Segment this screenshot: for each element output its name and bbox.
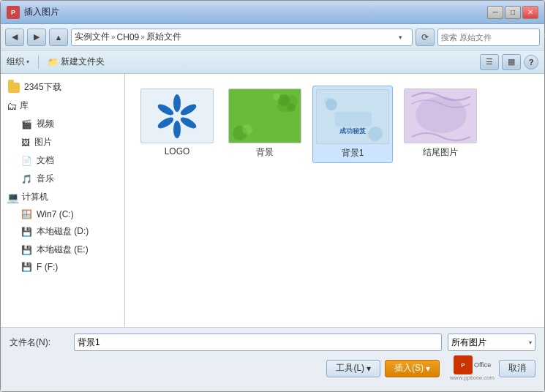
file-thumbnail-background1: 成功秘笈: [316, 89, 389, 144]
organize-button[interactable]: 组织 ▾: [7, 56, 29, 68]
filetype-dropdown[interactable]: 所有图片 ▾: [448, 333, 535, 351]
maximize-button[interactable]: □: [505, 6, 521, 19]
file-label-background1: 背景1: [342, 147, 364, 159]
filename-input[interactable]: [74, 333, 442, 351]
watermark-url: www.pptxxw.com: [450, 374, 495, 381]
tools-label: 工具(L): [336, 362, 364, 374]
svg-point-12: [242, 124, 252, 135]
logo-thumbnail-svg: [148, 94, 206, 138]
cancel-button[interactable]: 取消: [499, 360, 535, 377]
office-brand-text: Office: [474, 361, 491, 369]
docs-icon: 📄: [21, 156, 32, 166]
sidebar-label-downloads: 2345下载: [24, 81, 61, 94]
sidebar-label-drive-e: 本地磁盘 (E:): [37, 244, 89, 256]
new-folder-button[interactable]: 📁 新建文件夹: [48, 56, 105, 68]
back-button[interactable]: ◀: [5, 29, 24, 46]
svg-point-15: [324, 97, 331, 105]
drive-d-icon: 💾: [21, 227, 32, 237]
svg-point-1: [179, 102, 198, 117]
sidebar-section-library[interactable]: 🗂 库: [1, 97, 124, 115]
insert-arrow-icon: ▾: [426, 363, 430, 374]
organize-arrow-icon: ▾: [26, 59, 29, 65]
address-toolbar: ◀ ▶ ▲ 实例文件 » CH09 » 原始文件 ▾ ⟳ 🔍: [1, 24, 544, 50]
file-item-ending[interactable]: 结尾图片: [400, 86, 481, 162]
app-icon: P: [7, 6, 20, 19]
sidebar-item-video[interactable]: 🎬 视频: [1, 115, 124, 133]
filetype-label: 所有图片: [451, 336, 486, 349]
up-button[interactable]: ▲: [49, 29, 68, 46]
search-input[interactable]: [441, 33, 542, 42]
svg-point-0: [173, 94, 181, 112]
sidebar-item-drive-c[interactable]: 🪟 Win7 (C:): [1, 206, 124, 222]
svg-point-9: [273, 93, 280, 100]
forward-icon: ▶: [34, 32, 40, 42]
view-grid-button[interactable]: ▦: [502, 54, 521, 70]
file-item-background1[interactable]: 成功秘笈 背景1: [312, 86, 393, 163]
svg-point-19: [416, 97, 467, 133]
search-bar[interactable]: 🔍: [437, 29, 540, 46]
refresh-button[interactable]: ⟳: [416, 29, 435, 46]
title-bar-left: P 插入图片: [7, 6, 59, 19]
forward-button[interactable]: ▶: [27, 29, 46, 46]
insert-button[interactable]: 插入(S) ▾: [385, 360, 440, 377]
download-folder-icon: [8, 82, 20, 94]
sidebar-item-docs[interactable]: 📄 文档: [1, 151, 124, 170]
windows-icon: 🪟: [21, 209, 32, 219]
organize-label: 组织: [7, 56, 24, 68]
breadcrumb-segment-current: 原始文件: [146, 31, 181, 43]
filename-row: 文件名(N): 所有图片 ▾: [10, 333, 535, 351]
help-label: ?: [529, 58, 534, 67]
svg-point-5: [157, 102, 176, 117]
office-logo: P: [454, 355, 473, 374]
file-thumbnail-background: [228, 88, 301, 143]
file-item-background[interactable]: 背景: [225, 86, 305, 162]
tools-button[interactable]: 工具(L) ▾: [326, 360, 380, 377]
address-bar[interactable]: 实例文件 » CH09 » 原始文件 ▾: [71, 29, 413, 46]
view-icon: ☰: [486, 57, 493, 67]
sidebar-item-music[interactable]: 🎵 音乐: [1, 170, 124, 188]
sidebar-label-computer: 计算机: [22, 191, 48, 203]
pictures-icon: 🖼: [21, 137, 30, 148]
sidebar-item-drive-f[interactable]: 💾 F (F:): [1, 259, 124, 275]
sidebar-item-drive-e[interactable]: 💾 本地磁盘 (E:): [1, 241, 124, 259]
drive-e-icon: 💾: [21, 245, 32, 255]
file-thumbnail-logo: [140, 88, 214, 143]
second-toolbar: 组织 ▾ 📁 新建文件夹 ☰ ▦ ?: [1, 50, 544, 74]
sidebar-item-pictures[interactable]: 🖼 图片: [1, 133, 124, 151]
file-item-logo[interactable]: LOGO: [137, 86, 217, 159]
sidebar-item-downloads[interactable]: 2345下载: [1, 78, 124, 97]
sidebar-label-library: 库: [20, 99, 29, 112]
minimize-button[interactable]: ─: [487, 6, 503, 19]
sidebar-section-computer[interactable]: 💻 计算机: [1, 188, 124, 206]
svg-point-4: [157, 115, 176, 130]
sidebar-label-pictures: 图片: [34, 136, 52, 148]
close-button[interactable]: ✕: [522, 6, 538, 19]
up-icon: ▲: [55, 33, 63, 42]
sidebar-item-drive-d[interactable]: 💾 本地磁盘 (D:): [1, 222, 124, 241]
bottom-bar: 文件名(N): 所有图片 ▾ 工具(L) ▾ 插入(S) ▾ P Office: [1, 327, 544, 391]
toolbar-right: ☰ ▦ ?: [480, 54, 538, 70]
video-icon: 🎬: [21, 119, 32, 129]
file-label-ending: 结尾图片: [423, 146, 458, 159]
view-toggle-button[interactable]: ☰: [480, 54, 499, 70]
sidebar-label-music: 音乐: [37, 173, 54, 185]
help-button[interactable]: ?: [524, 55, 538, 69]
breadcrumb-sep2: »: [140, 33, 145, 41]
address-dropdown-button[interactable]: ▾: [399, 34, 409, 41]
file-label-background: 背景: [256, 146, 274, 159]
computer-icon: 💻: [7, 192, 19, 203]
cancel-label: 取消: [508, 362, 526, 374]
dialog-window: P 插入图片 ─ □ ✕ ◀ ▶ ▲ 实例文件 » CH09 » 原始文件: [0, 0, 545, 392]
window-controls: ─ □ ✕: [487, 6, 538, 19]
files-grid: LOGO: [131, 80, 538, 169]
breadcrumb-segment: CH09: [117, 32, 140, 42]
library-icon: 🗂: [7, 100, 17, 112]
new-folder-label: 新建文件夹: [61, 56, 105, 68]
svg-rect-16: [335, 112, 372, 127]
refresh-icon: ⟳: [421, 32, 429, 42]
grid-icon: ▦: [508, 57, 515, 67]
svg-point-3: [173, 121, 181, 138]
filetype-arrow-icon: ▾: [529, 339, 532, 346]
file-label-logo: LOGO: [165, 146, 190, 157]
file-thumbnail-ending: [404, 88, 477, 143]
